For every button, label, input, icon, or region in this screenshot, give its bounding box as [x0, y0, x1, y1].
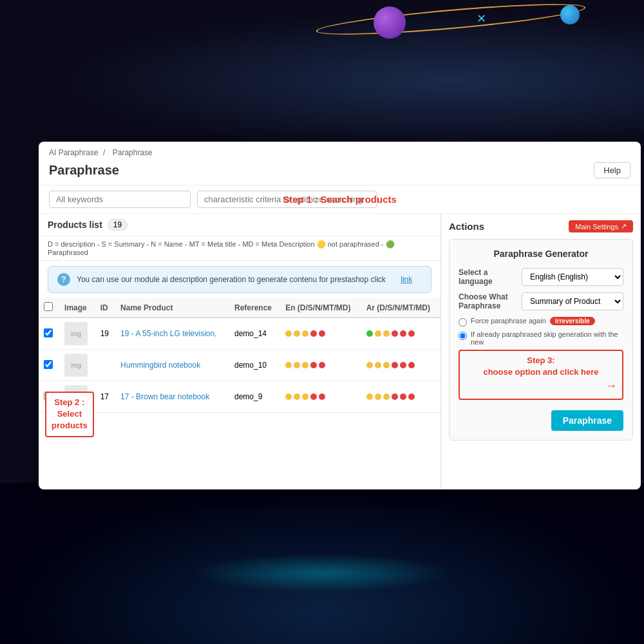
- legend-row: D = description - S = Summary - N = Name…: [39, 236, 440, 261]
- skip-paraphrase-radio[interactable]: [459, 332, 467, 340]
- content-split: Products list 19 D = description - S = S…: [39, 214, 641, 489]
- language-select[interactable]: English (English): [522, 268, 623, 286]
- row-checkbox[interactable]: [44, 328, 53, 337]
- paraphrase-button[interactable]: Paraphrase: [551, 410, 623, 431]
- row-name-cell: 17 - Brown bear notebook: [115, 381, 229, 413]
- dot: [375, 393, 381, 400]
- dot: [392, 362, 398, 368]
- product-image: img: [64, 322, 88, 345]
- dot: [366, 330, 373, 337]
- glow-bottom: [193, 554, 451, 592]
- what-paraphrase-select[interactable]: Summary of Product: [522, 292, 623, 310]
- skip-paraphrase-row: If already paraphrased skip generation w…: [459, 330, 623, 346]
- dot: [375, 330, 381, 337]
- force-paraphrase-row: Force paraphrase again irreversible: [459, 317, 623, 327]
- dot: [310, 330, 317, 337]
- row-ar-dots: [361, 381, 440, 413]
- row-id-cell: [95, 350, 115, 381]
- dot: [294, 330, 300, 337]
- force-paraphrase-radio[interactable]: [459, 318, 467, 327]
- select-all-checkbox[interactable]: [44, 302, 53, 311]
- main-card: AI Paraphrase / Paraphrase Paraphrase He…: [39, 142, 641, 489]
- ar-dots-container: [366, 362, 435, 368]
- col-id: ID: [95, 298, 115, 317]
- row-name-cell: 19 - A 55-inch LG television,: [115, 317, 229, 350]
- dot: [302, 362, 308, 368]
- col-en: En (D/S/N/MT/MD): [280, 298, 361, 317]
- help-button[interactable]: Help: [594, 162, 630, 178]
- dot: [310, 393, 317, 400]
- table-row: img 17 17 - Brown bear notebook demo_9: [39, 381, 440, 413]
- product-image: img: [64, 354, 88, 377]
- dot: [319, 330, 325, 337]
- table-header-row: Image ID Name Product Reference En (D/S/…: [39, 298, 440, 317]
- dot: [400, 362, 406, 368]
- search-input[interactable]: [49, 191, 191, 208]
- dot: [383, 330, 390, 337]
- page-title: Paraphrase: [49, 163, 119, 178]
- table-row: img Hummingbird notebook demo_10: [39, 350, 440, 381]
- generator-title: Paraphrase Generator: [459, 249, 623, 259]
- product-link[interactable]: 17 - Brown bear notebook: [120, 392, 209, 401]
- page-header: Paraphrase Help: [39, 160, 641, 185]
- dot: [310, 362, 317, 368]
- product-link[interactable]: Hummingbird notebook: [120, 361, 200, 370]
- language-label: Select a language: [459, 268, 516, 286]
- search-area: Step 1 : Search products: [39, 185, 641, 214]
- main-settings-label: Main Settings: [575, 223, 618, 231]
- background-top: ✕: [0, 0, 644, 161]
- dot: [392, 393, 398, 400]
- dot: [408, 330, 415, 337]
- ar-dots-container: [366, 393, 435, 400]
- main-settings-button[interactable]: Main Settings ↗: [569, 220, 633, 232]
- row-checkbox-cell: [39, 317, 59, 350]
- col-checkbox: [39, 298, 59, 317]
- info-link[interactable]: link: [401, 275, 412, 284]
- skip-paraphrase-label: If already paraphrased skip generation w…: [471, 330, 623, 346]
- info-icon: ?: [57, 273, 70, 286]
- row-image-cell: img: [59, 317, 95, 350]
- language-row: Select a language English (English): [459, 268, 623, 286]
- what-paraphrase-label: Choose What Paraphrase: [459, 292, 516, 310]
- background-bottom: [0, 483, 644, 644]
- dot: [294, 362, 300, 368]
- col-reference: Reference: [229, 298, 280, 317]
- products-table: Image ID Name Product Reference En (D/S/…: [39, 298, 440, 413]
- external-link-icon: ↗: [621, 222, 627, 231]
- dot: [319, 393, 325, 400]
- en-dots-container: [285, 330, 355, 337]
- en-dots-container: [285, 362, 355, 368]
- step1-label: Step 1 : Search products: [283, 194, 397, 205]
- row-name-cell: Hummingbird notebook: [115, 350, 229, 381]
- cross-icon: ✕: [477, 12, 486, 26]
- row-reference-cell: demo_10: [229, 350, 280, 381]
- table-body: img 19 19 - A 55-inch LG television, dem…: [39, 317, 440, 413]
- dot: [294, 393, 300, 400]
- row-en-dots: [280, 381, 361, 413]
- dot: [392, 330, 398, 337]
- dot: [400, 393, 406, 400]
- dot: [302, 330, 308, 337]
- col-ar: Ar (D/S/N/MT/MD): [361, 298, 440, 317]
- dot: [400, 330, 406, 337]
- actions-header: Actions Main Settings ↗: [449, 220, 633, 232]
- left-panel: Products list 19 D = description - S = S…: [39, 214, 441, 489]
- dot: [408, 362, 415, 368]
- breadcrumb-current: Paraphrase: [113, 148, 153, 157]
- row-reference-cell: demo_9: [229, 381, 280, 413]
- products-list-title: Products list: [48, 220, 102, 230]
- row-en-dots: [280, 317, 361, 350]
- products-list-header: Products list 19: [39, 214, 440, 236]
- col-name: Name Product: [115, 298, 229, 317]
- dot: [383, 362, 390, 368]
- dot: [383, 393, 390, 400]
- product-link[interactable]: 19 - A 55-inch LG television,: [120, 329, 216, 338]
- planet-blue: [560, 5, 580, 24]
- dot: [366, 362, 373, 368]
- dot: [319, 362, 325, 368]
- row-checkbox[interactable]: [44, 360, 53, 369]
- row-checkbox-cell: [39, 350, 59, 381]
- paraphrase-generator-box: Paraphrase Generator Select a language E…: [449, 239, 633, 440]
- breadcrumb-parent[interactable]: AI Paraphrase: [49, 148, 99, 157]
- dot: [302, 393, 308, 400]
